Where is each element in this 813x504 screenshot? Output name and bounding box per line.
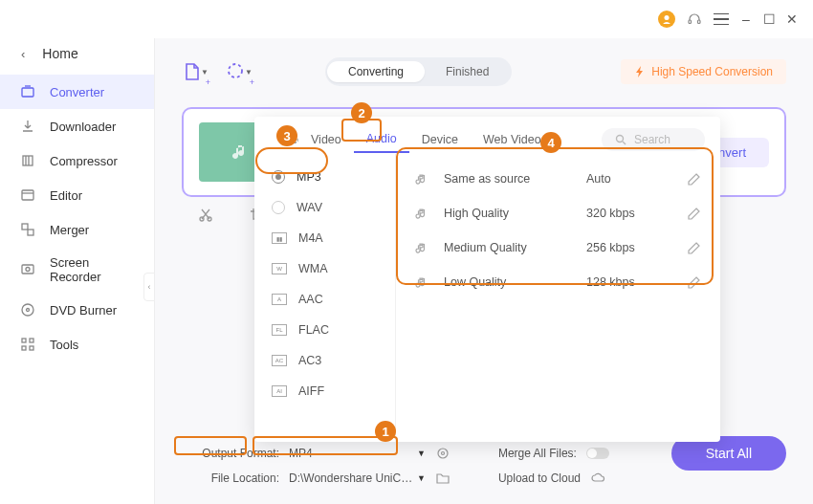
- segment-control: Converting Finished: [325, 57, 512, 86]
- tab-video[interactable]: Video: [298, 127, 354, 152]
- music-icon: [415, 207, 428, 220]
- format-item-wav[interactable]: WAV: [254, 192, 395, 223]
- quality-item[interactable]: Low Quality 128 kbps: [396, 265, 720, 299]
- high-speed-badge[interactable]: High Speed Conversion: [621, 59, 786, 84]
- chevron-left-icon: ‹: [21, 47, 25, 61]
- tab-audio[interactable]: Audio: [354, 126, 409, 153]
- quality-item[interactable]: High Quality 320 kbps: [396, 196, 720, 230]
- chevron-down-icon: ▼: [417, 473, 426, 483]
- svg-point-21: [617, 136, 624, 142]
- maximize-button[interactable]: ☐: [763, 13, 775, 25]
- music-icon: [415, 275, 428, 289]
- output-format-value: MP4: [289, 447, 413, 460]
- svg-rect-12: [22, 339, 26, 342]
- svg-rect-6: [22, 224, 28, 230]
- folder-icon[interactable]: [435, 471, 450, 486]
- format-item-aiff[interactable]: AIAIFF: [254, 376, 395, 406]
- sidebar-item-dvd-burner[interactable]: DVD Burner: [0, 293, 154, 327]
- format-item-flac[interactable]: FLFLAC: [254, 315, 395, 345]
- svg-rect-1: [689, 20, 692, 24]
- chevron-down-icon: ▼: [417, 449, 426, 458]
- tab-recent[interactable]: Recent: [270, 127, 298, 152]
- gear-icon[interactable]: [435, 446, 450, 461]
- merge-toggle[interactable]: [586, 448, 609, 459]
- nav-label: Tools: [50, 338, 78, 352]
- svg-rect-13: [30, 339, 33, 342]
- svg-point-16: [229, 64, 242, 77]
- close-button[interactable]: ✕: [786, 13, 798, 25]
- cloud-icon[interactable]: [590, 471, 605, 486]
- nav-label: Editor: [50, 188, 82, 203]
- search-input[interactable]: Search: [602, 128, 705, 151]
- bolt-icon: [634, 66, 646, 77]
- tab-device[interactable]: Device: [409, 127, 471, 152]
- svg-point-11: [27, 309, 30, 312]
- high-speed-label: High Speed Conversion: [651, 65, 773, 78]
- format-item-mp3[interactable]: MP3: [254, 162, 395, 192]
- chevron-down-icon: ▼: [245, 68, 253, 77]
- home-label: Home: [42, 46, 77, 61]
- search-icon: [615, 134, 626, 145]
- format-item-wma[interactable]: WWMA: [254, 253, 395, 284]
- nav-label: DVD Burner: [50, 303, 117, 318]
- quality-list: Same as source Auto High Quality 320 kbp…: [396, 154, 720, 442]
- svg-point-19: [438, 449, 448, 458]
- tools-icon: [19, 336, 36, 353]
- svg-rect-4: [23, 156, 33, 165]
- segment-converting[interactable]: Converting: [327, 61, 425, 82]
- sidebar-item-tools[interactable]: Tools: [0, 327, 154, 362]
- edit-icon[interactable]: [688, 275, 701, 289]
- file-location-value: D:\Wondershare UniConverter 1: [289, 471, 413, 485]
- svg-point-10: [22, 304, 33, 316]
- add-folder-button[interactable]: + ▼: [226, 58, 253, 85]
- plus-icon: +: [250, 77, 254, 87]
- edit-icon[interactable]: [688, 172, 701, 186]
- format-item-aac[interactable]: AAAC: [254, 284, 395, 315]
- svg-point-20: [441, 452, 444, 455]
- nav-label: Screen Recorder: [50, 255, 135, 284]
- svg-rect-8: [22, 265, 33, 274]
- collapse-sidebar-button[interactable]: ‹: [143, 273, 155, 301]
- nav-label: Downloader: [50, 120, 116, 134]
- trim-icon[interactable]: [197, 207, 214, 224]
- svg-rect-5: [22, 190, 33, 200]
- output-format-label: Output Format:: [182, 447, 279, 460]
- menu-icon[interactable]: [714, 11, 729, 27]
- svg-rect-15: [30, 346, 33, 350]
- minimize-button[interactable]: –: [740, 13, 752, 25]
- edit-icon[interactable]: [688, 207, 701, 220]
- svg-rect-3: [22, 88, 33, 97]
- merger-icon: [19, 221, 36, 238]
- svg-point-9: [26, 268, 30, 272]
- format-item-m4a[interactable]: ▮▮M4A: [254, 223, 395, 253]
- search-placeholder: Search: [634, 133, 670, 146]
- quality-item[interactable]: Same as source Auto: [396, 162, 720, 196]
- svg-rect-2: [698, 20, 701, 24]
- nav-label: Merger: [50, 223, 89, 237]
- sidebar-item-screen-recorder[interactable]: Screen Recorder: [0, 247, 154, 293]
- user-avatar[interactable]: [658, 11, 675, 28]
- format-panel: Recent Video Audio Device Web Video Sear…: [254, 117, 720, 442]
- format-list: MP3 WAV ▮▮M4A WWMA AAAC FLFLAC ACAC3 AIA…: [254, 154, 396, 442]
- sidebar-item-converter[interactable]: Converter: [0, 75, 154, 109]
- file-location-select[interactable]: D:\Wondershare UniConverter 1 ▼: [289, 471, 426, 485]
- segment-finished[interactable]: Finished: [425, 61, 510, 82]
- editor-icon: [19, 186, 36, 204]
- support-icon[interactable]: [687, 11, 702, 27]
- upload-cloud-label: Upload to Cloud: [498, 471, 581, 485]
- output-format-select[interactable]: MP4 ▼: [289, 447, 426, 460]
- sidebar-item-downloader[interactable]: Downloader: [0, 109, 154, 143]
- dvd-icon: [19, 301, 36, 318]
- sidebar-item-merger[interactable]: Merger: [0, 212, 154, 247]
- quality-item[interactable]: Medium Quality 256 kbps: [396, 230, 720, 265]
- add-file-button[interactable]: + ▼: [182, 58, 209, 85]
- tab-web-video[interactable]: Web Video: [471, 127, 554, 152]
- format-item-ac3[interactable]: ACAC3: [254, 345, 395, 376]
- sidebar-item-editor[interactable]: Editor: [0, 178, 154, 212]
- home-button[interactable]: ‹ Home: [0, 38, 154, 69]
- download-icon: [19, 118, 36, 135]
- sidebar-item-compressor[interactable]: Compressor: [0, 143, 154, 178]
- merge-label: Merge All Files:: [498, 447, 577, 460]
- edit-icon[interactable]: [688, 241, 701, 254]
- music-icon: [415, 172, 428, 186]
